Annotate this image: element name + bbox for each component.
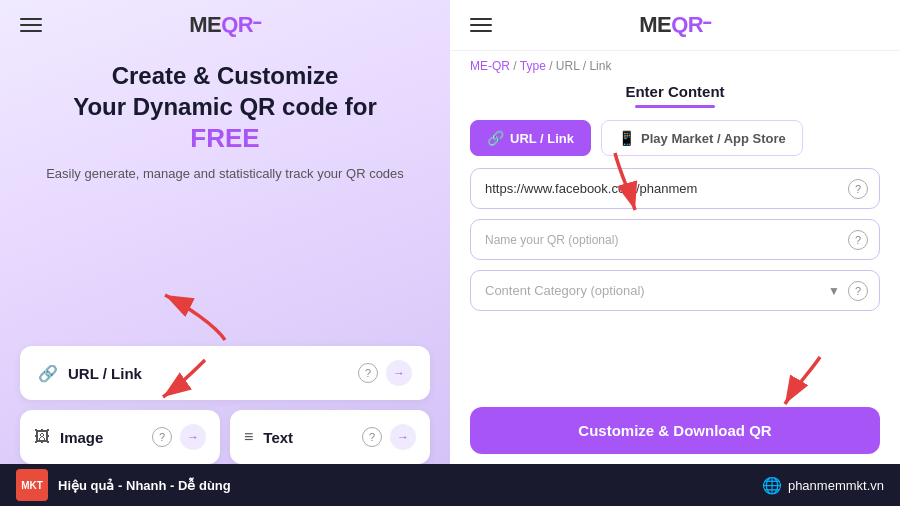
left-header: MEQR▬ xyxy=(0,0,450,50)
link-input-group: ? xyxy=(470,168,880,209)
name-input[interactable] xyxy=(470,219,880,260)
breadcrumb: ME-QR / Type / URL / Link xyxy=(450,51,900,73)
mkt-logo: MKT xyxy=(16,469,48,501)
url-arrow-icon[interactable]: → xyxy=(386,360,412,386)
category-select-group: Content Category (optional) ▼ ? xyxy=(470,270,880,311)
enter-content-title: Enter Content xyxy=(470,83,880,100)
logo-right: MEQR▬ xyxy=(639,12,711,38)
image-arrow-icon[interactable]: → xyxy=(180,424,206,450)
logo-left: MEQR▬ xyxy=(189,12,261,38)
breadcrumb-current: URL / Link xyxy=(556,59,612,73)
link-input[interactable] xyxy=(470,168,880,209)
bottom-left: MKT Hiệu quả - Nhanh - Dễ dùng xyxy=(16,469,231,501)
hamburger-menu[interactable] xyxy=(20,18,42,32)
tab-app-store[interactable]: 📱 Play Market / App Store xyxy=(601,120,803,156)
customize-download-button[interactable]: Customize & Download QR xyxy=(470,407,880,454)
right-header: MEQR▬ xyxy=(450,0,900,51)
link-help-icon[interactable]: ? xyxy=(848,179,868,199)
breadcrumb-home[interactable]: ME-QR xyxy=(470,59,510,73)
image-help-icon[interactable]: ? xyxy=(152,427,172,447)
url-option-label: URL / Link xyxy=(68,365,142,382)
name-help-icon[interactable]: ? xyxy=(848,230,868,250)
image-option[interactable]: 🖼 Image ? → xyxy=(20,410,220,464)
bottom-bar: MKT Hiệu quả - Nhanh - Dễ dùng 🌐 phanmem… xyxy=(0,464,900,506)
app-tab-icon: 📱 xyxy=(618,130,635,146)
enter-content-section: Enter Content xyxy=(450,73,900,108)
website-text: phanmemmkt.vn xyxy=(788,478,884,493)
category-help-icon[interactable]: ? xyxy=(848,281,868,301)
text-option-label: Text xyxy=(263,429,293,446)
link-icon: 🔗 xyxy=(38,364,58,383)
qr-options-row: 🖼 Image ? → ≡ Text ? → xyxy=(0,410,450,464)
hero-free-text: FREE xyxy=(190,123,259,153)
qr-options-list: 🔗 URL / Link ? → xyxy=(0,346,450,400)
tab-url[interactable]: 🔗 URL / Link xyxy=(470,120,591,156)
bottom-right: 🌐 phanmemmkt.vn xyxy=(762,476,884,495)
form-section: ? ? Content Category (optional) ▼ ? xyxy=(450,168,900,401)
content-tabs: 🔗 URL / Link 📱 Play Market / App Store xyxy=(450,108,900,168)
name-input-group: ? xyxy=(470,219,880,260)
image-icon: 🖼 xyxy=(34,428,50,446)
text-icon: ≡ xyxy=(244,428,253,446)
right-panel: MEQR▬ ME-QR / Type / URL / Link Enter Co… xyxy=(450,0,900,464)
hero-section: Create & Customize Your Dynamic QR code … xyxy=(0,50,450,346)
url-link-option[interactable]: 🔗 URL / Link ? → xyxy=(20,346,430,400)
hero-title: Create & Customize Your Dynamic QR code … xyxy=(30,60,420,156)
category-select[interactable]: Content Category (optional) xyxy=(470,270,880,311)
text-help-icon[interactable]: ? xyxy=(362,427,382,447)
breadcrumb-type[interactable]: Type xyxy=(520,59,546,73)
hero-subtitle: Easily generate, manage and statisticall… xyxy=(30,164,420,184)
left-panel: MEQR▬ Create & Customize Your Dynamic QR… xyxy=(0,0,450,464)
image-option-label: Image xyxy=(60,429,103,446)
globe-icon: 🌐 xyxy=(762,476,782,495)
bottom-tagline: Hiệu quả - Nhanh - Dễ dùng xyxy=(58,478,231,493)
hamburger-menu-right[interactable] xyxy=(470,18,492,32)
url-help-icon[interactable]: ? xyxy=(358,363,378,383)
text-arrow-icon[interactable]: → xyxy=(390,424,416,450)
link-tab-icon: 🔗 xyxy=(487,130,504,146)
text-option[interactable]: ≡ Text ? → xyxy=(230,410,430,464)
